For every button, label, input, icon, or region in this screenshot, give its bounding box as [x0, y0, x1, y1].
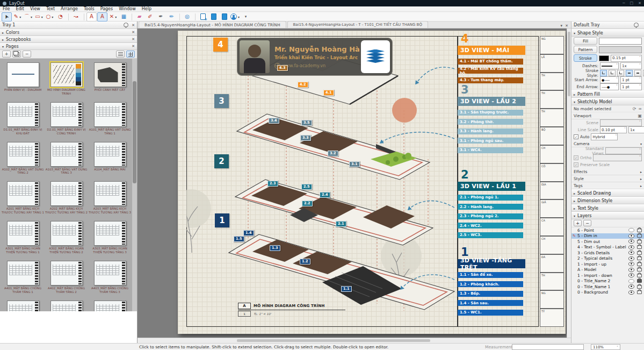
- page-thumbnail[interactable]: A303_MẶT BẰNG HOÀN THIỆN TƯỜNG TẦNG 3: [89, 221, 132, 254]
- vertical-scrollbar[interactable]: [567, 28, 571, 338]
- page-thumbnail[interactable]: PHỐI CẢNH MẶT CẮT: [89, 62, 132, 96]
- dashes-combo[interactable]: [600, 62, 619, 69]
- visibility-eye-icon[interactable]: [628, 234, 634, 238]
- section-shape-style[interactable]: ▾ Shape Style: [571, 29, 644, 37]
- highlighter-tool[interactable]: ✏▾: [167, 12, 177, 22]
- rectangle-tool[interactable]: ▭▾: [34, 12, 44, 22]
- window-control-button[interactable]: ✕: [638, 1, 641, 5]
- add-page-button[interactable]: ▾: [198, 12, 208, 22]
- menu-item[interactable]: View: [30, 6, 40, 11]
- add-layer-button[interactable]: +: [574, 220, 582, 226]
- label-tool[interactable]: A▾: [97, 12, 107, 22]
- page-thumbnail[interactable]: A103_MẶT BẰNG VẬT DỤNG TẦNG 3: [45, 142, 88, 175]
- line-scale-combo[interactable]: 0.10 pt: [600, 126, 627, 133]
- menu-item[interactable]: File: [3, 6, 10, 11]
- close-icon[interactable]: ✕: [132, 37, 135, 41]
- 4 - Text - Symbol - Label[interactable]: ✎ 4 - Text - Symbol - Label: [571, 245, 644, 251]
- menu-item[interactable]: Window: [119, 6, 136, 11]
- section-scaled-drawing[interactable]: ▸ Scaled Drawing: [571, 189, 644, 197]
- visibility-eye-icon[interactable]: [628, 290, 634, 295]
- chevron-right-icon[interactable]: ▸: [640, 184, 642, 188]
- end-arrow-size-combo[interactable]: 1 pt: [620, 83, 642, 90]
- edit-icon[interactable]: ▣: [638, 113, 642, 118]
- stroke-cap-flat-button[interactable]: [626, 70, 633, 76]
- split-tool[interactable]: ✕▾: [108, 12, 118, 22]
- page-thumbnail[interactable]: A401_MẶT BẰNG CHỐNG THẤM TẦNG 1: [2, 261, 45, 294]
- section-dimension-style[interactable]: ▸ Dimension Style: [571, 197, 644, 204]
- 0 - Background[interactable]: ✎ 0 - Background: [571, 290, 644, 296]
- preserve-scale-checkbox[interactable]: ✓: [574, 162, 578, 167]
- lock-icon[interactable]: [637, 274, 642, 277]
- window-control-button[interactable]: □: [630, 1, 634, 5]
- drawing-canvas[interactable]: Mr. Nguyễn Hoàng Hà Triển khai Kiến Trúc…: [138, 28, 571, 338]
- stroke-width-combo[interactable]: 0.15 pt: [611, 55, 642, 62]
- table-tool[interactable]: ▦▾: [119, 12, 129, 22]
- 1 - Import - down[interactable]: ✎ 1 - Import - down: [571, 273, 644, 278]
- close-icon[interactable]: ✕: [132, 23, 135, 27]
- link-icon[interactable]: ∞: [638, 106, 642, 111]
- visibility-eye-icon[interactable]: [628, 279, 634, 283]
- lock-icon[interactable]: [637, 262, 642, 266]
- fill-swatch[interactable]: [599, 38, 642, 45]
- start-arrow-size-combo[interactable]: 1 pt: [620, 76, 642, 83]
- pen-tool[interactable]: ✒▾: [156, 12, 166, 22]
- scrollbar-thumb[interactable]: [568, 32, 570, 96]
- delete-page-button[interactable]: −: [23, 51, 31, 58]
- menu-item[interactable]: Pages: [100, 6, 113, 11]
- grid-view-button[interactable]: [126, 51, 135, 58]
- scrollbar-thumb[interactable]: [237, 339, 430, 342]
- page-thumbnail[interactable]: A104_MẶT BẰNG MÁI: [89, 142, 132, 175]
- text-tool[interactable]: A▾: [86, 12, 97, 22]
- lock-icon[interactable]: [637, 245, 642, 249]
- page-thumbnail[interactable]: A402_MẶT BẰNG CHỐNG THẤM TẦNG 2: [45, 261, 88, 294]
- end-arrow-combo[interactable]: ——●: [600, 83, 619, 90]
- tab-close-icon[interactable]: ✕: [565, 24, 568, 28]
- visibility-eye-icon[interactable]: [628, 228, 634, 232]
- visibility-eye-icon[interactable]: [628, 239, 634, 244]
- eraser-tool[interactable]: ▰▾: [134, 12, 144, 22]
- 2 - Typical details[interactable]: ✎ 2 - Typical details: [571, 256, 644, 262]
- lock-icon[interactable]: [637, 256, 642, 260]
- delete-layer-button[interactable]: −: [583, 220, 591, 226]
- pin-icon[interactable]: [634, 23, 639, 27]
- lock-icon[interactable]: [637, 228, 642, 232]
- pin-icon[interactable]: [124, 23, 128, 27]
- page-thumbnail[interactable]: A203_MẶT BẰNG KÍCH THƯỚC TƯỜNG XÂY TẦNG …: [89, 181, 132, 215]
- page-thumbnail[interactable]: A201_MẶT BẰNG KÍCH THƯỚC TƯỜNG XÂY TẦNG …: [2, 181, 45, 215]
- section-colors[interactable]: ▸ Colors ✕: [0, 29, 137, 36]
- measurements-input[interactable]: [512, 344, 584, 350]
- page-thumbnail[interactable]: A403_MẶT BẰNG CHỐNG THẤM TẦNG 3: [89, 261, 132, 294]
- dimension-tool[interactable]: ◎▾: [182, 12, 192, 22]
- pattern-swatch[interactable]: [599, 46, 642, 53]
- page-thumbnail[interactable]: A302_MẶT BẰNG HOÀN THIỆN TƯỜNG TẦNG 2: [45, 221, 88, 254]
- standard-views-combo[interactable]: [605, 147, 642, 154]
- document-tab[interactable]: Bai15.4-NguyenHoangHa-Layout - T - T101_…: [287, 21, 428, 28]
- visibility-eye-icon[interactable]: [628, 251, 634, 255]
- page-thumbnail[interactable]: A101_MẶT BẰNG VẬT DỤNG TẦNG 1: [89, 102, 132, 135]
- account-button[interactable]: ▾: [230, 12, 240, 22]
- section-sketchup-model[interactable]: ▾ SketchUp Model: [571, 98, 644, 105]
- stroke-cap-round-button[interactable]: [634, 70, 641, 76]
- 3 - Grids Details[interactable]: ✎ 3 - Grids Details: [571, 250, 644, 256]
- lock-icon[interactable]: [637, 234, 642, 238]
- stroke-join-miter-button[interactable]: [600, 70, 607, 76]
- ellipse-tool[interactable]: ◔▾: [55, 12, 66, 22]
- toolbar-overflow[interactable]: ▾▾: [241, 12, 251, 22]
- circle-tool[interactable]: ○▾: [45, 12, 55, 22]
- page-thumbnail[interactable]: MÔ HÌNH DIAGRAM CÔNG TRÌNH: [45, 62, 88, 96]
- visibility-eye-icon[interactable]: [628, 284, 634, 289]
- section-scrapbooks[interactable]: ▸ Scrapbooks ✕: [0, 36, 137, 43]
- page-thumbnail[interactable]: D2.01_MẶT BẰNG ĐỊNH VỊ CÔNG TRÌNH: [45, 102, 88, 135]
- add-page-button[interactable]: +: [2, 51, 11, 58]
- render-mode-combo[interactable]: Hybrid: [591, 133, 618, 140]
- 1 - Import - up[interactable]: ✎ 1 - Import - up: [571, 261, 644, 267]
- 5 - Dim out[interactable]: ✎ 5 - Dim out: [571, 239, 644, 245]
- section-pages[interactable]: ▾ Pages ✕: [0, 43, 137, 50]
- lock-icon[interactable]: [637, 268, 642, 272]
- close-icon[interactable]: ✕: [132, 44, 135, 48]
- scrollbar-thumb[interactable]: [133, 81, 136, 183]
- lock-icon[interactable]: [637, 285, 642, 289]
- ortho-checkbox[interactable]: ✓: [574, 155, 578, 160]
- page-thumbnail[interactable]: A102_MẶT BẰNG VẬT DỤNG TẦNG 2: [2, 142, 45, 175]
- page-thumbnail[interactable]: A202_MẶT BẰNG KÍCH THƯỚC TƯỜNG XÂY TẦNG …: [45, 181, 88, 215]
